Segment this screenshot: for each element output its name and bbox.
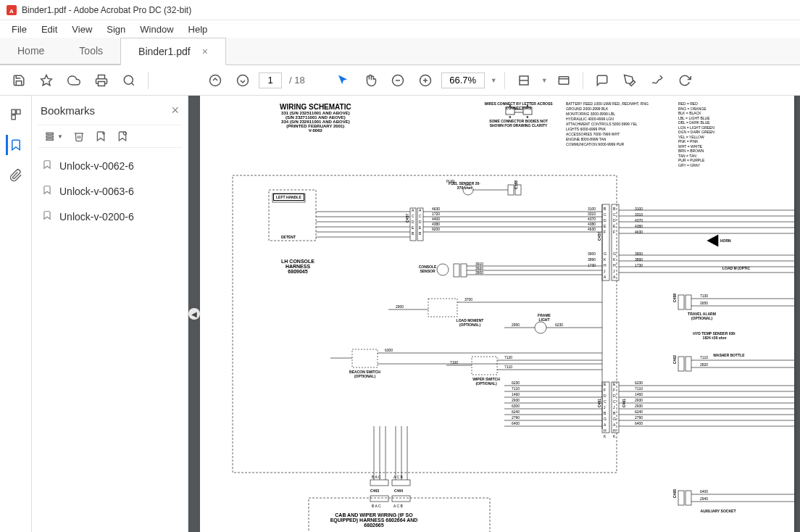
svg-text:G: G: [604, 252, 607, 256]
zoom-in-button[interactable]: [414, 69, 437, 92]
svg-text:3100: 3100: [588, 207, 596, 211]
tab-tools[interactable]: Tools: [62, 37, 120, 65]
svg-text:E: E: [604, 382, 607, 386]
svg-text:2950: 2950: [512, 323, 520, 327]
comment-button[interactable]: [591, 69, 614, 92]
cloud-button[interactable]: [62, 69, 86, 92]
document-viewport[interactable]: WIRING SCHEMATIC 331 (S/N 232511001 AND …: [200, 96, 800, 532]
new-bookmark-button[interactable]: [95, 130, 107, 142]
svg-text:G: G: [604, 417, 607, 421]
page-number-input[interactable]: [259, 72, 282, 88]
svg-text:1460: 1460: [635, 392, 643, 396]
svg-text:1460: 1460: [512, 392, 520, 396]
zoom-input[interactable]: [441, 72, 485, 88]
menu-help[interactable]: Help: [183, 22, 214, 36]
svg-point-63: [535, 322, 546, 333]
svg-point-7: [238, 75, 249, 86]
svg-text:D: D: [613, 394, 616, 398]
svg-text:F: F: [604, 388, 606, 392]
bookmark-options-button[interactable]: ▼: [45, 130, 63, 142]
svg-rect-87: [686, 295, 691, 309]
zoom-dropdown-icon[interactable]: ▼: [491, 77, 497, 84]
svg-rect-70: [472, 357, 497, 375]
save-button[interactable]: [7, 69, 30, 92]
bookmark-icon: [42, 159, 52, 172]
window-title: Binder1.pdf - Adobe Acrobat Pro DC (32-b…: [22, 5, 191, 15]
svg-text:3100: 3100: [635, 207, 643, 211]
hand-tool[interactable]: [359, 69, 382, 92]
svg-rect-120: [370, 496, 388, 502]
bookmark-item[interactable]: Unlock-v-0062-6: [38, 157, 182, 175]
svg-text:J: J: [604, 269, 606, 273]
svg-text:3700: 3700: [464, 297, 472, 302]
menu-view[interactable]: View: [66, 22, 98, 36]
bookmark-icon: [42, 210, 52, 223]
svg-text:A: A: [9, 8, 14, 14]
svg-text:2900: 2900: [396, 304, 404, 309]
svg-rect-123: [678, 491, 684, 505]
bookmark-item[interactable]: Unlock-v-0200-6: [38, 207, 182, 225]
svg-text:J: J: [613, 269, 615, 273]
svg-rect-44: [417, 208, 423, 241]
svg-rect-90: [678, 357, 684, 371]
star-button[interactable]: [35, 69, 58, 92]
svg-text:A: A: [604, 423, 607, 427]
menu-window[interactable]: Window: [134, 22, 179, 36]
print-button[interactable]: [90, 69, 113, 92]
tab-close-icon[interactable]: ×: [202, 46, 208, 57]
svg-rect-124: [686, 491, 691, 505]
svg-text:2930: 2930: [512, 398, 520, 402]
highlight-button[interactable]: [618, 69, 641, 92]
tab-document-label: Binder1.pdf: [138, 46, 191, 57]
bookmark-item[interactable]: Unlock-v-0063-6: [38, 182, 182, 200]
attachments-button[interactable]: [6, 165, 26, 186]
svg-rect-55: [454, 264, 459, 277]
left-rail: [0, 96, 32, 532]
rotate-button[interactable]: [673, 69, 696, 92]
bookmarks-title: Bookmarks: [41, 104, 95, 117]
svg-point-6: [210, 75, 221, 86]
bookmarks-rail-button[interactable]: [6, 135, 26, 155]
search-button[interactable]: [117, 69, 141, 92]
page-down-button[interactable]: [231, 69, 254, 92]
read-mode-button[interactable]: [552, 69, 575, 92]
svg-text:K: K: [613, 434, 616, 439]
find-bookmark-button[interactable]: [117, 130, 128, 142]
zoom-out-button[interactable]: [386, 69, 409, 92]
tab-home[interactable]: Home: [0, 37, 62, 65]
bookmark-label: Unlock-v-0063-6: [59, 186, 134, 197]
thumbnails-button[interactable]: [6, 104, 26, 125]
delete-bookmark-button[interactable]: [73, 130, 85, 142]
svg-text:4630: 4630: [588, 227, 596, 231]
menu-edit[interactable]: Edit: [36, 22, 63, 36]
svg-text:B: B: [604, 207, 607, 211]
fit-width-button[interactable]: [512, 69, 536, 92]
fit-dropdown-icon[interactable]: ▼: [541, 77, 548, 84]
svg-rect-121: [392, 496, 410, 502]
collapse-handle[interactable]: ◀: [188, 96, 200, 532]
svg-text:3900: 3900: [475, 270, 483, 275]
svg-text:D: D: [613, 218, 616, 223]
svg-rect-17: [12, 109, 15, 114]
svg-text:B: B: [604, 411, 607, 415]
menu-file[interactable]: File: [6, 22, 33, 36]
svg-text:H: H: [604, 263, 607, 267]
svg-text:7120: 7120: [504, 355, 512, 359]
svg-rect-22: [46, 138, 53, 140]
svg-text:4630: 4630: [432, 207, 440, 211]
svg-text:3310: 3310: [588, 212, 596, 216]
svg-text:F: F: [613, 388, 615, 392]
svg-text:4630: 4630: [635, 230, 643, 234]
svg-text:4370: 4370: [588, 217, 596, 221]
svg-text:A C B: A C B: [393, 475, 403, 479]
close-panel-icon[interactable]: ×: [171, 103, 179, 118]
sign-button[interactable]: [646, 69, 669, 92]
svg-text:2940: 2940: [700, 496, 708, 501]
menu-sign[interactable]: Sign: [101, 22, 131, 36]
svg-text:1720: 1720: [432, 212, 440, 216]
tab-document[interactable]: Binder1.pdf ×: [120, 38, 226, 65]
pointer-tool[interactable]: [331, 69, 354, 92]
svg-text:3900: 3900: [588, 252, 596, 256]
svg-text:E: E: [613, 382, 616, 386]
page-up-button[interactable]: [204, 69, 227, 92]
